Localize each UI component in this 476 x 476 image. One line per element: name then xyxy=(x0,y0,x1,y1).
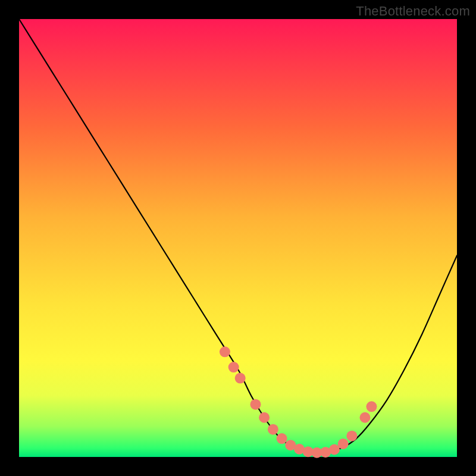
highlight-dot xyxy=(250,399,261,410)
highlight-dot xyxy=(228,362,239,372)
highlight-dot xyxy=(259,412,270,423)
highlight-dot xyxy=(366,401,377,412)
highlight-dot xyxy=(268,424,278,435)
highlight-dot xyxy=(359,412,370,423)
highlight-dot xyxy=(220,346,230,357)
highlight-dot xyxy=(329,444,340,455)
highlight-dot xyxy=(235,373,246,384)
highlight-dot xyxy=(338,439,349,449)
curve-svg xyxy=(19,19,457,457)
chart-frame: TheBottleneck.com xyxy=(0,0,476,476)
bottleneck-curve xyxy=(19,19,457,453)
plot-area xyxy=(19,19,457,457)
watermark-text: TheBottleneck.com xyxy=(356,4,470,19)
highlight-dot xyxy=(277,433,287,444)
highlight-dot xyxy=(346,431,357,441)
